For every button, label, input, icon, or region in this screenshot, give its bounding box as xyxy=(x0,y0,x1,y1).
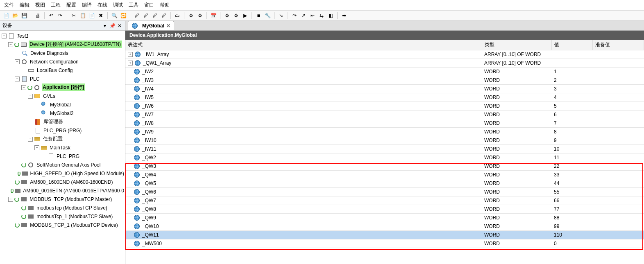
toolbar-paste-icon[interactable]: 📄 xyxy=(88,12,95,19)
menu-工程[interactable]: 工程 xyxy=(51,2,61,9)
table-row[interactable]: _QW7WORD66 xyxy=(125,196,644,205)
tree-toggle-icon[interactable]: − xyxy=(2,34,7,38)
var-value[interactable]: 99 xyxy=(551,222,592,231)
table-row[interactable]: _QW3WORD22 xyxy=(125,162,644,171)
table-row[interactable]: _IW11WORD10 xyxy=(125,145,644,153)
tree-node[interactable]: LocalBus Config xyxy=(0,66,125,74)
var-prepvalue[interactable] xyxy=(592,145,644,153)
col-header-type[interactable]: 类型 xyxy=(482,40,551,50)
toolbar-gear1-icon[interactable]: ⚙ xyxy=(223,12,231,19)
tree-toggle-icon[interactable]: − xyxy=(8,197,13,202)
tree-node[interactable]: PLC_PRG (PRG) xyxy=(0,126,125,135)
var-prepvalue[interactable] xyxy=(592,136,644,145)
tree-node[interactable]: −Test1 xyxy=(0,32,125,40)
var-value[interactable]: 8 xyxy=(551,128,592,136)
var-value[interactable] xyxy=(551,59,592,68)
menu-配置[interactable]: 配置 xyxy=(66,2,76,9)
menu-调试[interactable]: 调试 xyxy=(113,2,123,9)
tree-node[interactable]: −PLC xyxy=(0,74,125,83)
table-row[interactable]: _IW8WORD7 xyxy=(125,119,644,128)
var-prepvalue[interactable] xyxy=(592,196,644,205)
var-value[interactable]: 0 xyxy=(551,239,592,248)
tree-node[interactable]: −MainTask xyxy=(0,143,125,152)
tree-node[interactable]: AM600_1600END (AM600-1600END) xyxy=(0,178,125,186)
menu-编辑[interactable]: 编辑 xyxy=(20,2,29,9)
col-header-expression[interactable]: 表达式 xyxy=(125,40,482,50)
toolbar-print-icon[interactable]: 🖨 xyxy=(34,12,41,19)
var-value[interactable]: 2 xyxy=(551,76,592,85)
var-value[interactable]: 44 xyxy=(551,179,592,188)
tree-node[interactable]: −任务配置 xyxy=(0,135,125,143)
table-row[interactable]: _IW6WORD5 xyxy=(125,102,644,111)
table-row[interactable]: _QW5WORD44 xyxy=(125,179,644,188)
col-header-prepvalue[interactable]: 准备值 xyxy=(592,40,644,50)
tree-node[interactable]: − Device [连接的] (AM402-CPU1608TP/TN) xyxy=(0,40,125,49)
tab-myglobal[interactable]: MyGlobal ✕ xyxy=(128,21,174,30)
row-toggle-icon[interactable]: + xyxy=(128,61,133,65)
tab-close-icon[interactable]: ✕ xyxy=(166,23,170,29)
var-prepvalue[interactable] xyxy=(592,171,644,179)
toolbar-brush3-icon[interactable]: 🖊 xyxy=(151,12,159,19)
table-row[interactable]: +_QW1_ArrayARRAY [0..10] OF WORD xyxy=(125,59,644,68)
tree-node[interactable]: − Application [运行] xyxy=(0,83,125,92)
toolbar-cut-icon[interactable]: ✂ xyxy=(70,12,77,19)
panel-close-icon[interactable]: ✕ xyxy=(117,23,122,29)
table-row[interactable]: _QW6WORD55 xyxy=(125,188,644,196)
table-row[interactable]: _IW3WORD2 xyxy=(125,76,644,85)
toolbar-brush2-icon[interactable]: 🖊 xyxy=(142,12,150,19)
menu-编译[interactable]: 编译 xyxy=(82,2,92,9)
table-row[interactable]: _IW5WORD4 xyxy=(125,93,644,102)
toolbar-toggle-icon[interactable]: ⇆ xyxy=(318,12,325,19)
tree-node[interactable]: modbusTcp (ModbusTCP Slave) xyxy=(0,203,125,212)
tree-node[interactable]: modbusTcp_1 (ModbusTCP Slave) xyxy=(0,212,125,221)
var-value[interactable]: 3 xyxy=(551,85,592,93)
menu-窗口[interactable]: 窗口 xyxy=(144,2,154,9)
col-header-value[interactable]: 值 xyxy=(551,40,592,50)
menu-视图[interactable]: 视图 xyxy=(35,2,45,9)
tree-toggle-icon[interactable]: − xyxy=(28,94,33,99)
tree-toggle-icon[interactable]: − xyxy=(21,85,26,90)
tree-node[interactable]: AM600_0016ETN (AM600-0016ETP/AM600-0 xyxy=(0,186,125,195)
menu-工具[interactable]: 工具 xyxy=(129,2,138,9)
toolbar-delete-icon[interactable]: ✖ xyxy=(97,12,104,19)
toolbar-open-icon[interactable]: 📂 xyxy=(11,12,19,19)
toolbar-props-icon[interactable]: 🗂 xyxy=(174,12,181,19)
var-value[interactable]: 6 xyxy=(551,111,592,119)
table-row[interactable]: _IW4WORD3 xyxy=(125,85,644,93)
menu-文件[interactable]: 文件 xyxy=(4,2,14,9)
toolbar-cal-icon[interactable]: 📅 xyxy=(210,12,217,19)
toolbar-stop-icon[interactable]: ■ xyxy=(255,12,262,19)
tree-node[interactable]: Device Diagnosis xyxy=(0,49,125,57)
toolbar-copy-icon[interactable]: 📋 xyxy=(79,12,86,19)
tree-node[interactable]: HIGH_SPEED_IO (High Speed IO Module) xyxy=(0,169,125,178)
var-prepvalue[interactable] xyxy=(592,59,644,68)
var-prepvalue[interactable] xyxy=(592,179,644,188)
menu-在线[interactable]: 在线 xyxy=(98,2,107,9)
var-prepvalue[interactable] xyxy=(592,68,644,76)
tree-toggle-icon[interactable]: − xyxy=(34,145,39,150)
var-prepvalue[interactable] xyxy=(592,128,644,136)
row-toggle-icon[interactable]: + xyxy=(128,52,133,57)
toolbar-find-icon[interactable]: 🔍 xyxy=(111,12,118,19)
tree-node[interactable]: − MODBUS_TCP (ModbusTCP Master) xyxy=(0,195,125,203)
table-row[interactable]: _IW10WORD9 xyxy=(125,136,644,145)
table-row[interactable]: _QW8WORD77 xyxy=(125,205,644,214)
toolbar-brush1-icon[interactable]: 🖊 xyxy=(133,12,141,19)
var-prepvalue[interactable] xyxy=(592,93,644,102)
table-row[interactable]: _QW10WORD99 xyxy=(125,222,644,231)
var-value[interactable]: 22 xyxy=(551,162,592,171)
tree-toggle-icon[interactable]: − xyxy=(8,42,13,47)
var-prepvalue[interactable] xyxy=(592,102,644,111)
tree-toggle-icon[interactable]: − xyxy=(15,59,20,64)
tree-node[interactable]: −GVLs xyxy=(0,92,125,100)
tree-node[interactable]: PLC_PRG xyxy=(0,152,125,160)
var-value[interactable]: 5 xyxy=(551,102,592,111)
tree-node[interactable]: 库管理器 xyxy=(0,117,125,126)
toolbar-misc-icon[interactable]: ◧ xyxy=(327,12,334,19)
table-row[interactable]: _IW2WORD1 xyxy=(125,68,644,76)
var-value[interactable]: 1 xyxy=(551,68,592,76)
var-prepvalue[interactable] xyxy=(592,214,644,222)
var-prepvalue[interactable] xyxy=(592,162,644,171)
toolbar-play-icon[interactable]: ▶ xyxy=(241,12,249,19)
var-value[interactable]: 77 xyxy=(551,205,592,214)
